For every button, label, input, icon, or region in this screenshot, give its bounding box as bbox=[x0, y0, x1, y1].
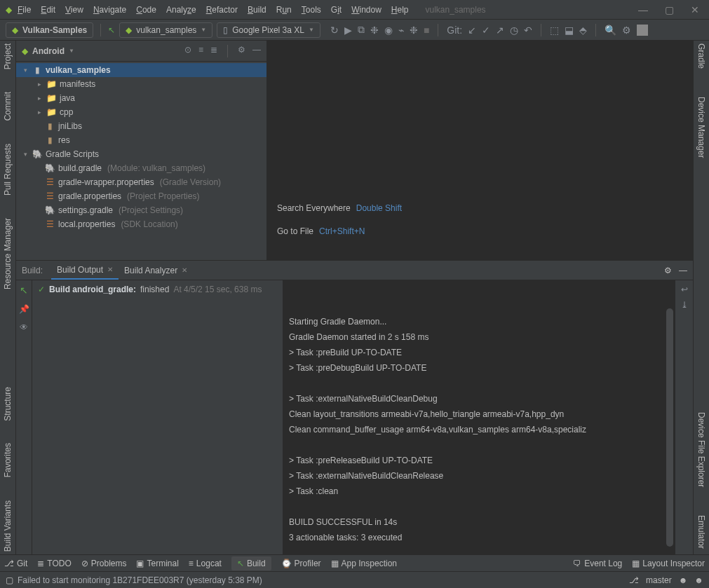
tool-project[interactable]: Project bbox=[3, 43, 13, 69]
tree-gradle-scripts[interactable]: ▾🐘Gradle Scripts bbox=[16, 147, 266, 161]
tool-problems[interactable]: ⊘Problems bbox=[81, 559, 127, 568]
menu-navigate[interactable]: Navigate bbox=[93, 5, 126, 15]
tool-device-file-explorer[interactable]: Device File Explorer bbox=[696, 412, 706, 487]
menu-build[interactable]: Build bbox=[248, 5, 266, 15]
menu-git[interactable]: Git bbox=[331, 5, 342, 15]
tool-app-inspection[interactable]: ▦App Inspection bbox=[331, 559, 397, 568]
tree-folder-java[interactable]: ▸📁java bbox=[16, 91, 266, 105]
build-status-state: finished bbox=[140, 285, 169, 294]
menu-file[interactable]: File bbox=[18, 5, 31, 15]
close-icon[interactable]: ✕ bbox=[107, 266, 113, 273]
file-name: local.properties bbox=[58, 219, 115, 229]
tool-build-variants[interactable]: Build Variants bbox=[3, 500, 13, 552]
search-icon[interactable]: 🔍 bbox=[605, 25, 616, 36]
maximize-button[interactable]: ▢ bbox=[665, 4, 674, 15]
attach-debugger-icon[interactable]: ❉ bbox=[410, 25, 418, 36]
menu-code[interactable]: Code bbox=[136, 5, 156, 15]
run-config-dropdown[interactable]: ◆ vulkan_samples ▼ bbox=[119, 22, 212, 38]
tool-pull-requests[interactable]: Pull Requests bbox=[3, 144, 13, 196]
git-history-icon[interactable]: ◷ bbox=[510, 25, 518, 36]
tool-device-manager[interactable]: Device Manager bbox=[696, 97, 706, 158]
menu-run[interactable]: Run bbox=[276, 5, 292, 15]
coverage-icon[interactable]: ◉ bbox=[384, 25, 393, 36]
tool-profiler[interactable]: ⌚Profiler bbox=[281, 559, 321, 568]
pin-icon[interactable]: 📌 bbox=[19, 304, 29, 314]
user-icon[interactable] bbox=[637, 25, 648, 36]
resource-icon[interactable]: ⬘ bbox=[579, 25, 587, 36]
avd-icon[interactable]: ⬚ bbox=[550, 25, 559, 36]
apply-changes-icon[interactable]: ⧉ bbox=[358, 24, 365, 36]
menu-help[interactable]: Help bbox=[391, 5, 409, 15]
eye-icon[interactable]: 👁 bbox=[20, 322, 28, 332]
hide-icon[interactable]: — bbox=[679, 266, 687, 275]
tree-file[interactable]: 🐘settings.gradle(Project Settings) bbox=[16, 203, 266, 217]
select-opened-icon[interactable]: ⊙ bbox=[184, 45, 191, 57]
expand-icon[interactable]: ≡ bbox=[198, 45, 203, 57]
tree-file[interactable]: ☰gradle.properties(Project Properties) bbox=[16, 189, 266, 203]
run-icon[interactable]: ▶ bbox=[344, 25, 352, 36]
tab-build-output[interactable]: Build Output✕ bbox=[51, 261, 119, 280]
stop-icon[interactable]: ■ bbox=[424, 25, 429, 36]
tree-file[interactable]: ☰local.properties(SDK Location) bbox=[16, 217, 266, 231]
git-commit-icon[interactable]: ✓ bbox=[482, 25, 490, 36]
project-nav[interactable]: ◆ Vulkan-Samples bbox=[6, 22, 93, 38]
menu-edit[interactable]: Edit bbox=[41, 5, 55, 15]
tree-folder-jnilibs[interactable]: ▮jniLibs bbox=[16, 119, 266, 133]
tree-file[interactable]: 🐘build.gradle(Module: vulkan_samples) bbox=[16, 161, 266, 175]
menu-refactor[interactable]: Refactor bbox=[206, 5, 238, 15]
tool-emulator[interactable]: Emulator bbox=[696, 515, 706, 549]
menu-tools[interactable]: Tools bbox=[302, 5, 321, 15]
warning-icon: ⊘ bbox=[81, 559, 88, 568]
tool-git[interactable]: ⎇Git bbox=[4, 559, 27, 568]
view-mode[interactable]: Android bbox=[32, 46, 65, 56]
menu-analyze[interactable]: Analyze bbox=[166, 5, 196, 15]
tool-commit[interactable]: Commit bbox=[3, 92, 13, 121]
tool-resource-manager[interactable]: Resource Manager bbox=[3, 218, 13, 289]
sync-icon[interactable]: ↻ bbox=[330, 25, 339, 36]
build-root-status[interactable]: ✓ Build android_gradle: finished At 4/5/… bbox=[38, 285, 277, 294]
scrollbar[interactable] bbox=[666, 308, 673, 547]
close-button[interactable]: ✕ bbox=[691, 4, 699, 15]
tool-gradle[interactable]: Gradle bbox=[696, 43, 706, 69]
tree-folder-res[interactable]: ▮res bbox=[16, 133, 266, 147]
build-output-console[interactable]: Starting Gradle Daemon...Gradle Daemon s… bbox=[283, 280, 675, 554]
git-push-icon[interactable]: ↗ bbox=[496, 25, 504, 36]
hammer-icon[interactable]: ↖ bbox=[108, 25, 115, 35]
tool-structure[interactable]: Structure bbox=[3, 387, 13, 421]
tool-todo[interactable]: ≣TODO bbox=[37, 559, 71, 568]
menu-window[interactable]: Window bbox=[351, 5, 381, 15]
sdk-icon[interactable]: ⬓ bbox=[565, 25, 574, 36]
tool-event-log[interactable]: 🗨Event Log bbox=[573, 559, 622, 568]
tree-folder-cpp[interactable]: ▸📁cpp bbox=[16, 105, 266, 119]
settings-icon[interactable]: ⚙ bbox=[664, 266, 672, 275]
face1-icon[interactable]: ☻ bbox=[679, 575, 688, 585]
tree-folder-manifests[interactable]: ▸📁manifests bbox=[16, 77, 266, 91]
debug-icon[interactable]: ❉ bbox=[370, 25, 379, 36]
tree-root[interactable]: ▾ ▮ vulkan_samples bbox=[16, 63, 266, 77]
collapse-icon[interactable]: ≣ bbox=[210, 45, 217, 57]
menu-view[interactable]: View bbox=[65, 5, 83, 15]
scroll-to-end-icon[interactable]: ⤓ bbox=[681, 300, 688, 310]
close-icon[interactable]: ✕ bbox=[182, 266, 187, 274]
hide-icon[interactable]: — bbox=[252, 45, 261, 57]
tool-build[interactable]: ↖Build bbox=[231, 556, 271, 570]
device-dropdown[interactable]: ▯ Google Pixel 3a XL ▼ bbox=[217, 22, 320, 38]
minimize-button[interactable]: — bbox=[638, 4, 648, 15]
git-revert-icon[interactable]: ↶ bbox=[524, 25, 532, 36]
tool-favorites[interactable]: Favorites bbox=[3, 443, 13, 477]
status-left-icon[interactable]: ▢ bbox=[6, 575, 13, 585]
settings-icon[interactable]: ⚙ bbox=[238, 45, 245, 57]
tool-layout-inspector[interactable]: ▦Layout Inspector bbox=[632, 559, 705, 568]
profile-icon[interactable]: ⌁ bbox=[398, 25, 404, 36]
settings-icon[interactable]: ⚙ bbox=[622, 25, 631, 36]
branch-name[interactable]: master bbox=[646, 575, 672, 585]
tool-terminal[interactable]: ▣Terminal bbox=[136, 559, 178, 568]
git-update-icon[interactable]: ↙ bbox=[468, 25, 476, 36]
face2-icon[interactable]: ☻ bbox=[694, 575, 703, 585]
rerun-icon[interactable]: ↖ bbox=[20, 285, 28, 296]
tree-file[interactable]: ☰gradle-wrapper.properties(Gradle Versio… bbox=[16, 175, 266, 189]
soft-wrap-icon[interactable]: ↩ bbox=[681, 285, 688, 294]
tab-build-analyzer[interactable]: Build Analyzer✕ bbox=[119, 261, 193, 280]
chevron-down-icon[interactable]: ▼ bbox=[69, 48, 74, 54]
tool-logcat[interactable]: ≡Logcat bbox=[189, 559, 222, 568]
